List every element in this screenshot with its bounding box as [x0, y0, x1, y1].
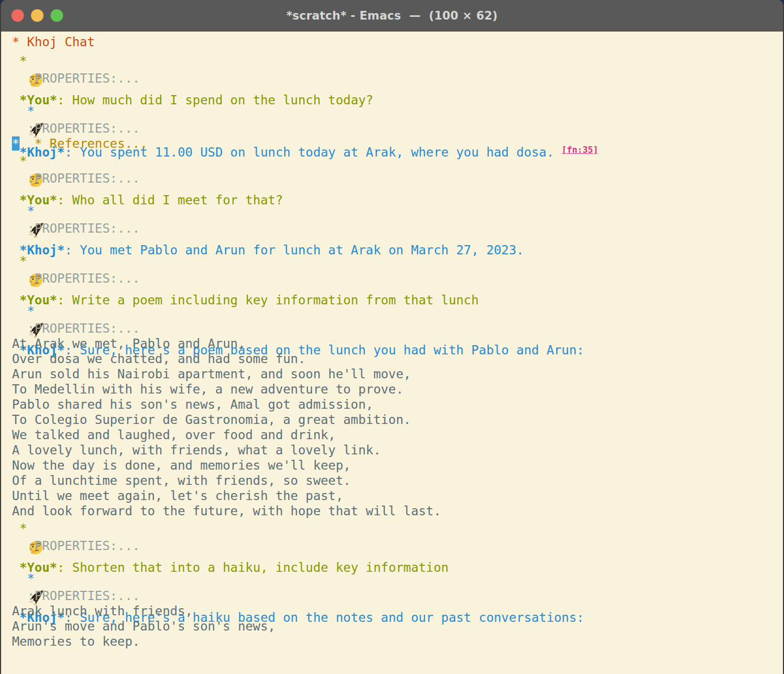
message-body-text: To Medellin with his wife, a new adventu… — [12, 382, 403, 396]
buffer-line: :PROPERTIES:... — [12, 321, 783, 336]
buffer-line: And look forward to the future, with hop… — [12, 503, 783, 519]
buffer-line: Until we meet again, let's cherish the p… — [12, 488, 783, 503]
you-message-text: : Write a poem including key information… — [57, 293, 478, 307]
you-message-text: * — [12, 154, 35, 168]
emacs-window: *scratch* - Emacs — (100 × 62) * Khoj Ch… — [0, 0, 784, 674]
window-titlebar: *scratch* - Emacs — (100 × 62) — [1, 0, 783, 32]
properties-drawer-ellipsis[interactable]: :PROPERTIES:... — [12, 589, 140, 603]
buffer-line: :PROPERTIES:... — [12, 71, 783, 86]
khoj-message-text: * — [12, 304, 42, 318]
buffer-line: Memories to keep. — [12, 634, 783, 649]
buffer-line: * *You*: Shorten that into a haiku, incl… — [12, 519, 783, 538]
khoj-message-text: * — [12, 204, 42, 218]
properties-drawer-ellipsis[interactable]: :PROPERTIES:... — [12, 539, 140, 553]
you-message-text: : How much did I spend on the lunch toda… — [57, 93, 374, 107]
message-body-text: We talked and laughed, over food and dri… — [12, 428, 335, 442]
references-heading-collapsed[interactable]: * References... — [35, 136, 148, 151]
you-message-text: : Who all did I meet for that? — [57, 193, 283, 207]
message-body-text: And look forward to the future, with hop… — [12, 504, 441, 518]
message-body-text: Pablo shared his son's news, Amal got ad… — [12, 397, 374, 411]
emacs-buffer[interactable]: * Khoj Chat * *You*: How much did I spen… — [1, 32, 783, 674]
buffer-line: To Medellin with his wife, a new adventu… — [12, 382, 783, 397]
you-message-text: * — [12, 254, 35, 268]
buffer-line: :PROPERTIES:... — [12, 538, 783, 553]
org-heading-chat-title: * Khoj Chat — [12, 35, 95, 49]
footnote-link[interactable]: [fn:35] — [562, 145, 598, 155]
message-body-text: Arun sold his Nairobi apartment, and soo… — [12, 367, 411, 381]
properties-drawer-ellipsis[interactable]: :PROPERTIES:... — [12, 321, 140, 335]
message-body-text: Now the day is done, and memories we'll … — [12, 458, 351, 472]
message-body-text: Arak lunch with friends, — [12, 604, 192, 618]
you-message-text: : Shorten that into a haiku, include key… — [57, 560, 449, 575]
you-message-text: * — [12, 54, 35, 68]
properties-drawer-ellipsis[interactable]: :PROPERTIES:... — [12, 121, 140, 135]
message-body-text: Of a lunchtime spent, with friends, so s… — [12, 473, 351, 488]
khoj-message-text: * — [12, 104, 42, 118]
window-title: *scratch* - Emacs — (100 × 62) — [287, 9, 498, 22]
properties-drawer-ellipsis[interactable]: :PROPERTIES:... — [12, 171, 140, 185]
buffer-line: * Khoj Chat — [12, 33, 783, 51]
you-message-text: * — [12, 521, 35, 535]
buffer-line: Pablo shared his son's news, Amal got ad… — [12, 397, 783, 412]
khoj-message-text: * — [12, 571, 42, 585]
message-body-text: Arun's move and Pablo's son's news, — [12, 619, 276, 633]
properties-drawer-ellipsis[interactable]: :PROPERTIES:... — [12, 221, 140, 235]
buffer-line: We talked and laughed, over food and dri… — [12, 427, 783, 442]
buffer-line: :PROPERTIES:... — [12, 121, 783, 136]
buffer-line: Arun sold his Nairobi apartment, and soo… — [12, 366, 783, 382]
buffer-line: :PROPERTIES:... — [12, 271, 783, 286]
message-body-text: To Colegio Superior de Gastronomia, a gr… — [12, 413, 411, 427]
buffer-line: :PROPERTIES:... — [12, 171, 783, 186]
buffer-line: A lovely lunch, with friends, what a lov… — [12, 442, 783, 458]
buffer-line: Of a lunchtime spent, with friends, so s… — [12, 473, 783, 488]
zoom-button[interactable] — [51, 9, 63, 22]
message-body-text: At Arak we met, Pablo and Arun, — [12, 336, 245, 351]
message-body-text: Memories to keep. — [12, 634, 140, 648]
minimize-button[interactable] — [31, 9, 43, 22]
properties-drawer-ellipsis[interactable]: :PROPERTIES:... — [12, 271, 140, 285]
buffer-line: To Colegio Superior de Gastronomia, a gr… — [12, 412, 783, 427]
buffer-line: :PROPERTIES:... — [12, 221, 783, 236]
indent-spacer — [20, 136, 35, 151]
close-button[interactable] — [11, 9, 24, 22]
buffer-line: Now the day is done, and memories we'll … — [12, 458, 783, 473]
buffer-line: * *You*: How much did I spend on the lun… — [12, 51, 783, 71]
khoj-message-text: : You met Pablo and Arun for lunch at Ar… — [65, 243, 524, 257]
traffic-lights — [11, 0, 63, 31]
editor-cursor: * — [12, 136, 20, 151]
message-body-text: Over dosa we chatted, and had some fun. — [12, 352, 306, 366]
message-body-text: Until we meet again, let's cherish the p… — [12, 489, 343, 503]
buffer-line: :PROPERTIES:... — [12, 588, 783, 603]
message-body-text: A lovely lunch, with friends, what a lov… — [12, 443, 381, 457]
properties-drawer-ellipsis[interactable]: :PROPERTIES:... — [12, 71, 140, 85]
